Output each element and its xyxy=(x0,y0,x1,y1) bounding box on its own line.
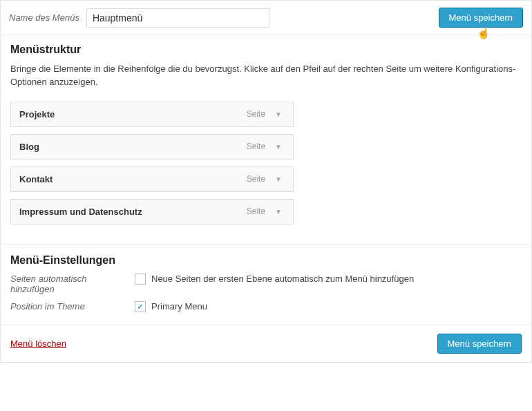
theme-location-row: Position im Theme ✓ Primary Menu xyxy=(10,301,522,312)
theme-location-checkbox[interactable]: ✓ xyxy=(135,301,146,312)
menu-item-title: Projekte xyxy=(19,109,247,120)
auto-add-checkbox[interactable] xyxy=(135,274,146,285)
auto-add-row: Seiten automatisch hinzufügen Neue Seite… xyxy=(10,274,522,294)
menu-header: Name des Menüs Menü speichern xyxy=(1,1,531,35)
save-menu-button-bottom[interactable]: Menü speichern xyxy=(437,334,522,354)
menu-item-title: Impressum und Datenschutz xyxy=(19,207,247,217)
menu-items-list: Projekte Seite ▼ Blog Seite ▼ Kontakt Se… xyxy=(10,102,294,224)
menu-item-type: Seite xyxy=(247,142,265,151)
expand-icon[interactable]: ▼ xyxy=(272,207,285,217)
theme-location-label: Position im Theme xyxy=(10,301,135,312)
menu-edit-panel: Name des Menüs Menü speichern Menüstrukt… xyxy=(0,0,532,363)
menu-structure-section: Menüstruktur Bringe die Elemente in die … xyxy=(1,35,531,244)
menu-item[interactable]: Impressum und Datenschutz Seite ▼ xyxy=(10,199,294,224)
save-menu-button-top[interactable]: Menü speichern xyxy=(439,8,524,28)
menu-settings-section: Menü-Einstellungen Seiten automatisch hi… xyxy=(1,244,531,325)
settings-title: Menü-Einstellungen xyxy=(10,254,522,267)
menu-name-label: Name des Menüs xyxy=(9,12,79,23)
menu-item-title: Blog xyxy=(19,142,247,152)
menu-item[interactable]: Projekte Seite ▼ xyxy=(10,102,294,127)
menu-item-type: Seite xyxy=(247,207,265,216)
menu-item-type: Seite xyxy=(247,174,265,184)
menu-item[interactable]: Kontakt Seite ▼ xyxy=(10,166,294,192)
structure-description: Bringe die Elemente in die Reihenfolge d… xyxy=(10,63,522,89)
menu-footer: Menü löschen Menü speichern xyxy=(1,325,531,362)
menu-name-input[interactable] xyxy=(86,8,269,28)
menu-item-title: Kontakt xyxy=(19,174,247,184)
expand-icon[interactable]: ▼ xyxy=(272,109,285,120)
delete-menu-link[interactable]: Menü löschen xyxy=(10,338,66,349)
auto-add-label: Seiten automatisch hinzufügen xyxy=(10,274,135,294)
menu-item[interactable]: Blog Seite ▼ xyxy=(10,134,294,160)
theme-location-option-text: Primary Menu xyxy=(151,301,207,312)
expand-icon[interactable]: ▼ xyxy=(272,174,285,184)
menu-item-type: Seite xyxy=(247,109,265,119)
structure-title: Menüstruktur xyxy=(10,44,522,56)
auto-add-option-text: Neue Seiten der ersten Ebene automatisch… xyxy=(151,274,414,284)
expand-icon[interactable]: ▼ xyxy=(272,142,285,152)
